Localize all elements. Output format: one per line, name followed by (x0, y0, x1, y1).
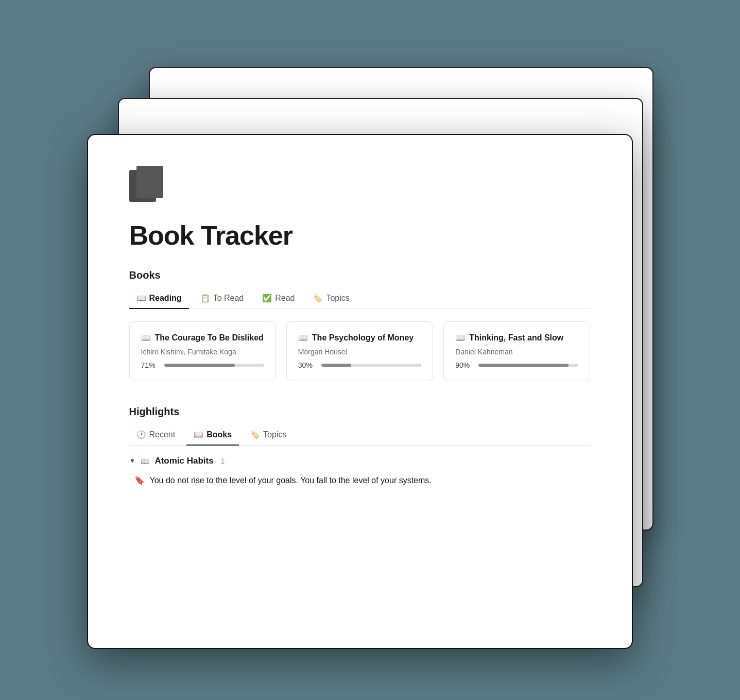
book-card-0-author: Ichiro Kishimi, Fumitake Koga (141, 348, 264, 356)
books-tabs: 📖 Reading 📋 To Read ✅ Read 🏷️ Topics (129, 288, 591, 309)
book-card-1-title: The Psychology of Money (312, 333, 414, 343)
book-cards: 📖 The Courage To Be Disliked Ichiro Kish… (129, 321, 591, 381)
svg-rect-2 (136, 166, 163, 198)
highlight-book-name: Atomic Habits (154, 456, 213, 466)
to-read-tab-label: To Read (213, 294, 244, 303)
book-card-0-progress-bar-fill (164, 364, 235, 367)
highlight-book-icon: 📖 (141, 457, 149, 465)
tab-read[interactable]: ✅ Read (255, 288, 302, 309)
to-read-tab-icon: 📋 (200, 294, 210, 303)
chevron-down-icon: ▼ (129, 457, 136, 465)
highlights-section-label: Highlights (129, 406, 591, 418)
book-card-2-title: Thinking, Fast and Slow (469, 333, 563, 343)
book-card-1-icon: 📖 (298, 333, 308, 343)
topics-tab-icon: 🏷️ (313, 294, 323, 303)
book-card-2[interactable]: 📖 Thinking, Fast and Slow Daniel Kahnema… (443, 321, 590, 381)
books-section: Books 📖 Reading 📋 To Read ✅ Read (129, 269, 591, 381)
book-card-2-progress-row: 90% (455, 361, 578, 369)
h-topics-tab-label: Topics (263, 430, 286, 439)
book-card-2-progress-bar-fill (478, 364, 569, 367)
book-card-0-progress-row: 71% (141, 361, 264, 369)
highlights-tab-topics[interactable]: 🏷️ Topics (243, 425, 294, 446)
book-card-0-icon: 📖 (141, 333, 151, 343)
book-card-1-progress-label: 30% (298, 361, 316, 369)
tab-topics[interactable]: 🏷️ Topics (306, 288, 356, 309)
h-books-tab-icon: 📖 (194, 430, 203, 439)
tab-to-read[interactable]: 📋 To Read (193, 288, 251, 309)
tab-reading[interactable]: 📖 Reading (129, 288, 189, 309)
main-window: Book Tracker Books 📖 Reading 📋 To Read ✅ (87, 134, 633, 649)
reading-tab-label: Reading (149, 294, 182, 303)
highlight-quote-row-0: 🔖 You do not rise to the level of your g… (129, 474, 591, 487)
stacked-windows: Book Tracker Books 📖 Reading 📋 To Read ✅ (87, 67, 653, 634)
highlights-section: Highlights 🕐 Recent 📖 Books 🏷️ Topics (129, 406, 591, 487)
read-tab-label: Read (275, 294, 295, 303)
book-card-1-progress-row: 30% (298, 361, 421, 369)
book-card-0[interactable]: 📖 The Courage To Be Disliked Ichiro Kish… (129, 321, 276, 381)
book-card-2-icon: 📖 (455, 333, 465, 343)
highlight-count: 1 (221, 457, 225, 465)
recent-tab-icon: 🕐 (136, 430, 146, 439)
book-card-1-progress-bar-fill (321, 364, 351, 367)
book-card-2-progress-bar-bg (478, 364, 578, 367)
read-tab-icon: ✅ (262, 294, 272, 303)
highlight-quote-0: You do not rise to the level of your goa… (150, 474, 432, 487)
book-card-1-progress-bar-bg (321, 364, 421, 367)
bookmark-icon: 🔖 (134, 475, 145, 485)
book-card-0-progress-label: 71% (141, 361, 159, 369)
app-logo (129, 166, 591, 204)
h-topics-tab-icon: 🏷️ (250, 430, 260, 439)
book-card-2-progress-label: 90% (455, 361, 473, 369)
page-title: Book Tracker (129, 220, 591, 251)
book-card-0-progress-bar-bg (164, 364, 264, 367)
reading-tab-icon: 📖 (136, 294, 146, 303)
books-section-label: Books (129, 269, 591, 281)
highlights-tabs: 🕐 Recent 📖 Books 🏷️ Topics (129, 425, 591, 446)
book-card-0-title: The Courage To Be Disliked (155, 333, 264, 343)
book-card-1[interactable]: 📖 The Psychology of Money Morgan Housel … (286, 321, 433, 381)
highlight-group-0[interactable]: ▼ 📖 Atomic Habits 1 (129, 456, 591, 466)
book-card-1-author: Morgan Housel (298, 348, 421, 356)
book-card-2-author: Daniel Kahneman (455, 348, 578, 356)
highlights-tab-books[interactable]: 📖 Books (186, 425, 239, 446)
highlights-tab-recent[interactable]: 🕐 Recent (129, 425, 183, 446)
recent-tab-label: Recent (149, 430, 176, 439)
h-books-tab-label: Books (206, 430, 232, 439)
topics-tab-label: Topics (326, 294, 349, 303)
